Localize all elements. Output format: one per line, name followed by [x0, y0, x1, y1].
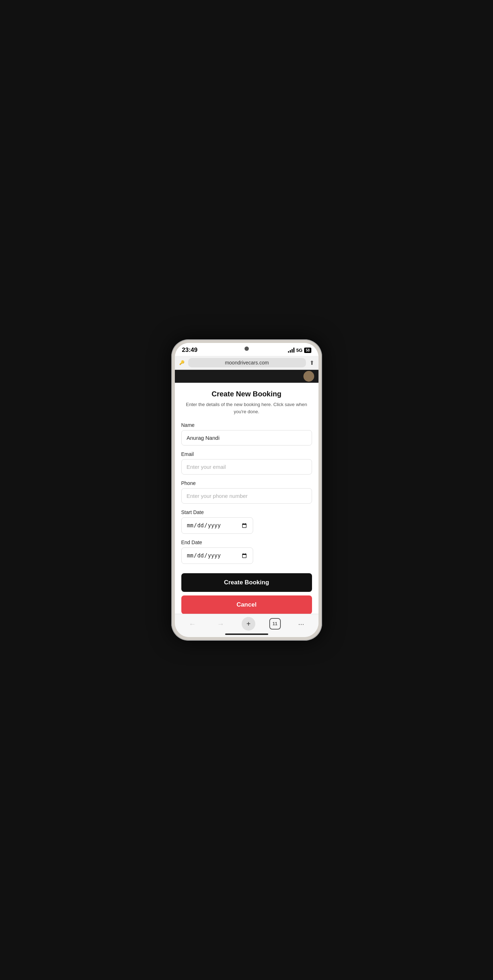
camera-dot — [244, 347, 249, 351]
network-label: 5G — [296, 348, 302, 353]
name-label: Name — [181, 422, 312, 428]
browser-nav: ← → + 11 ··· — [175, 614, 319, 632]
email-input[interactable] — [181, 459, 312, 474]
cancel-button[interactable]: Cancel — [181, 595, 312, 614]
form-subtitle: Enter the details of the new booking her… — [181, 401, 312, 415]
new-tab-button[interactable]: + — [242, 617, 255, 631]
header-avatar — [303, 371, 314, 382]
email-label: Email — [181, 451, 312, 457]
browser-bar: 🔑 moondrivecars.com ⬆ — [175, 356, 319, 370]
name-input[interactable] — [181, 430, 312, 445]
battery-badge: 58 — [304, 348, 311, 353]
home-indicator — [175, 632, 319, 637]
name-field-group: Name — [181, 422, 312, 445]
home-bar — [225, 633, 268, 635]
share-icon[interactable]: ⬆ — [310, 360, 314, 366]
header-strip — [175, 370, 319, 383]
start-date-label: Start Date — [181, 509, 312, 515]
back-button[interactable]: ← — [185, 619, 199, 630]
phone-label: Phone — [181, 480, 312, 486]
phone-inner: 23:49 5G 58 🔑 moondrivecars.com ⬆ — [175, 343, 319, 637]
status-right: 5G 58 — [288, 348, 311, 353]
content-area: Create New Booking Enter the details of … — [175, 370, 319, 614]
phone-frame: 23:49 5G 58 🔑 moondrivecars.com ⬆ — [171, 339, 322, 641]
end-date-label: End Date — [181, 539, 312, 545]
phone-input[interactable] — [181, 488, 312, 504]
signal-icon — [288, 348, 294, 353]
more-button[interactable]: ··· — [294, 619, 308, 630]
start-date-field-group: Start Date — [181, 509, 312, 534]
tabs-badge[interactable]: 11 — [269, 618, 281, 630]
start-date-input[interactable] — [181, 517, 253, 534]
form-section: Create New Booking Enter the details of … — [175, 383, 319, 614]
email-field-group: Email — [181, 451, 312, 474]
lock-icon: 🔑 — [179, 360, 185, 365]
forward-button[interactable]: → — [213, 619, 228, 630]
create-booking-button[interactable]: Create Booking — [181, 573, 312, 592]
url-bar[interactable]: moondrivecars.com — [188, 358, 306, 368]
form-title: Create New Booking — [181, 390, 312, 398]
end-date-input[interactable] — [181, 547, 253, 564]
phone-field-group: Phone — [181, 480, 312, 504]
status-time: 23:49 — [182, 347, 198, 354]
end-date-field-group: End Date — [181, 539, 312, 564]
